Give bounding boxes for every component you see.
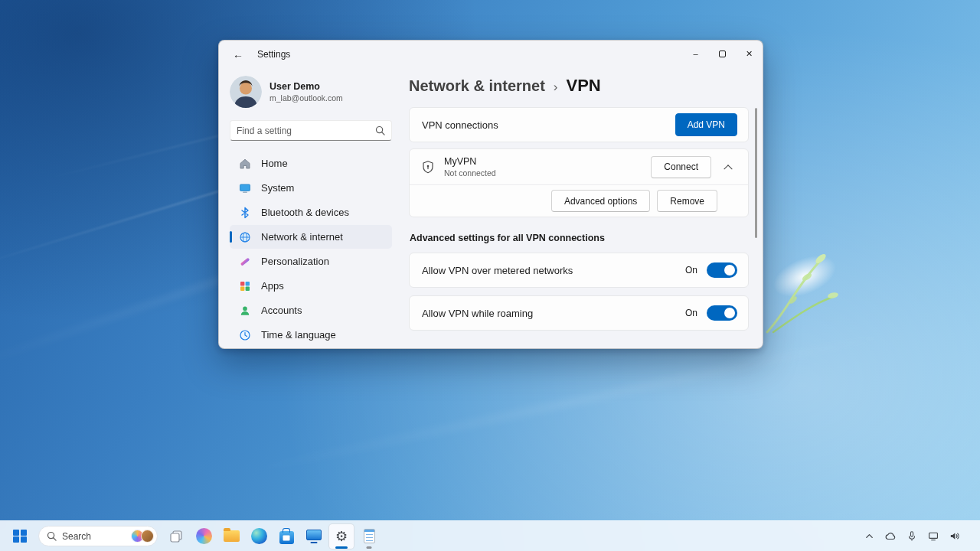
taskbar-search-box[interactable]: Search (38, 526, 158, 546)
wallpaper-streak (237, 327, 912, 478)
user-email: m_lab@outlook.com (270, 93, 343, 103)
settings-sidebar: User Demo m_lab@outlook.com Home (219, 68, 401, 348)
advanced-options-button[interactable]: Advanced options (551, 190, 650, 212)
back-button[interactable]: ← (227, 44, 250, 64)
chevron-up-icon (724, 165, 732, 173)
running-app-indicator (367, 546, 372, 549)
notepad-button[interactable] (356, 523, 382, 549)
search-highlight-icons[interactable] (134, 530, 154, 543)
display-app-button[interactable] (301, 523, 327, 549)
window-title: Settings (257, 49, 290, 60)
network-tray-button[interactable] (925, 527, 942, 546)
edge-icon (251, 528, 267, 544)
system-icon (238, 181, 251, 194)
task-view-button[interactable] (163, 523, 189, 549)
time-language-icon (238, 328, 251, 341)
vpn-name: MyVPN (444, 156, 496, 167)
edge-button[interactable] (246, 523, 272, 549)
search-icon (47, 531, 57, 541)
sidebar-item-label: Bluetooth & devices (261, 207, 349, 218)
sidebar-item-label: Network & internet (261, 231, 343, 243)
avatar (230, 76, 262, 108)
file-explorer-button[interactable] (218, 523, 244, 549)
file-explorer-icon (224, 530, 240, 542)
taskbar: Search ⚙ (0, 520, 980, 551)
roaming-toggle[interactable] (707, 305, 737, 321)
breadcrumb-network-internet[interactable]: Network & internet (409, 77, 545, 95)
wallpaper-sprig (756, 246, 841, 338)
notepad-icon (364, 529, 375, 543)
add-vpn-button[interactable]: Add VPN (675, 113, 737, 136)
search-input[interactable] (237, 126, 375, 136)
chevron-up-icon (864, 531, 874, 541)
connect-button[interactable]: Connect (651, 156, 711, 178)
sidebar-item-label: Personalization (261, 256, 329, 267)
sidebar-item-bluetooth-devices[interactable]: Bluetooth & devices (230, 201, 392, 224)
sidebar-item-time-language[interactable]: Time & language (230, 323, 392, 347)
breadcrumb: Network & internet › VPN (409, 76, 749, 96)
microphone-tray-button[interactable] (903, 527, 920, 546)
titlebar[interactable]: ← Settings – ✕ (219, 41, 763, 68)
running-app-indicator (335, 546, 348, 549)
vpn-connections-label: VPN connections (422, 119, 498, 131)
vpn-connections-card: VPN connections Add VPN (409, 107, 749, 142)
volume-tray-button[interactable] (946, 527, 963, 546)
find-a-setting-box[interactable] (230, 120, 392, 141)
search-highlight-icon (141, 530, 154, 543)
minimize-button[interactable]: – (682, 41, 709, 67)
vpn-status: Not connected (444, 168, 496, 178)
sidebar-item-home[interactable]: Home (230, 152, 392, 175)
user-profile[interactable]: User Demo m_lab@outlook.com (230, 76, 392, 108)
network-icon (927, 530, 939, 542)
vpn-shield-icon (420, 159, 436, 174)
start-button[interactable] (7, 523, 33, 549)
apps-icon (238, 279, 251, 292)
toggle-state-label: On (685, 308, 697, 318)
vpn-page: Network & internet › VPN VPN connections… (401, 68, 763, 348)
microphone-icon (906, 530, 917, 542)
vertical-scrollbar[interactable] (755, 108, 757, 238)
maximize-icon (719, 51, 726, 57)
microsoft-store-icon (279, 531, 294, 544)
toggle-knob (724, 308, 735, 318)
sidebar-item-label: Apps (261, 280, 284, 292)
system-tray (861, 527, 974, 546)
sidebar-item-network-internet[interactable]: Network & internet (230, 225, 392, 249)
cloud-icon (884, 530, 897, 543)
task-view-icon (168, 529, 184, 544)
search-icon (375, 126, 385, 135)
bluetooth-icon (238, 206, 251, 219)
user-name: User Demo (270, 81, 343, 92)
accounts-icon (238, 304, 251, 317)
metered-networks-toggle[interactable] (707, 262, 737, 278)
copilot-icon (196, 528, 212, 544)
maximize-button[interactable] (709, 41, 736, 67)
hidden-icons-button[interactable] (861, 527, 877, 546)
page-title: VPN (566, 76, 600, 96)
vpn-connection-card: MyVPN Not connected Connect Advanced opt… (409, 148, 749, 217)
sidebar-item-label: Accounts (261, 305, 302, 316)
sidebar-item-label: Home (261, 158, 288, 169)
sidebar-item-accounts[interactable]: Accounts (230, 298, 392, 322)
close-button[interactable]: ✕ (736, 41, 763, 67)
toggle-state-label: On (685, 265, 697, 276)
microsoft-store-button[interactable] (273, 523, 299, 549)
toggle-knob (724, 265, 735, 276)
remove-vpn-button[interactable]: Remove (657, 190, 717, 212)
volume-icon (949, 530, 961, 542)
sidebar-item-personalization[interactable]: Personalization (230, 249, 392, 273)
sidebar-item-apps[interactable]: Apps (230, 274, 392, 298)
settings-window: ← Settings – ✕ User Demo (218, 40, 763, 349)
sidebar-item-system[interactable]: System (230, 176, 392, 200)
personalization-icon (238, 255, 251, 268)
breadcrumb-separator-icon: › (554, 80, 558, 95)
metered-networks-label: Allow VPN over metered networks (422, 265, 573, 276)
collapse-expander-button[interactable] (716, 156, 740, 178)
copilot-button[interactable] (191, 523, 217, 549)
metered-networks-row: Allow VPN over metered networks On (409, 253, 749, 288)
advanced-settings-header: Advanced settings for all VPN connection… (409, 233, 749, 243)
settings-button[interactable]: ⚙ (328, 523, 354, 549)
onedrive-tray-button[interactable] (882, 527, 899, 546)
home-icon (238, 157, 251, 170)
sidebar-item-label: System (261, 182, 294, 194)
